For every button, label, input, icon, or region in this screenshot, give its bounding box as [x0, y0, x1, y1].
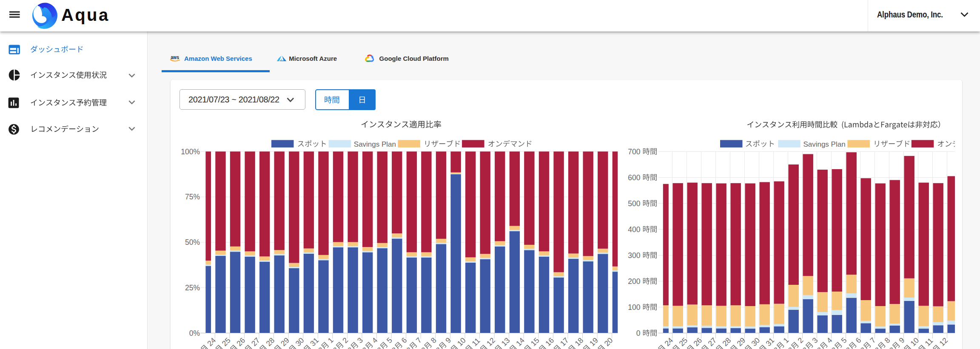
svg-text:1: 1 [326, 336, 335, 345]
svg-text:10: 10 [456, 336, 467, 348]
svg-text:10: 10 [909, 336, 920, 348]
svg-text:Savings Plan: Savings Plan [354, 140, 396, 148]
svg-text:25: 25 [220, 336, 232, 348]
svg-text:30: 30 [749, 336, 761, 348]
svg-text:6: 6 [400, 336, 409, 345]
svg-text:5: 5 [385, 336, 394, 345]
svg-text:26: 26 [235, 336, 247, 348]
svg-text:13: 13 [500, 336, 512, 348]
svg-text:Savings Plan: Savings Plan [803, 140, 845, 148]
svg-text:7: 7 [414, 336, 423, 345]
svg-text:aws: aws [171, 54, 179, 60]
svg-text:16: 16 [544, 336, 556, 348]
svg-text:200: 200 [628, 277, 640, 286]
svg-text:12: 12 [937, 336, 949, 348]
svg-text:24: 24 [663, 336, 675, 348]
svg-text:8: 8 [429, 336, 438, 345]
svg-text:25%: 25% [185, 284, 200, 292]
svg-text:26: 26 [692, 336, 704, 348]
svg-text:300: 300 [628, 251, 640, 260]
svg-text:3: 3 [810, 336, 819, 345]
svg-text:30: 30 [294, 336, 306, 348]
svg-text:4: 4 [370, 336, 379, 345]
svg-text:400: 400 [628, 225, 640, 234]
svg-text:700: 700 [628, 148, 640, 156]
svg-text:12: 12 [485, 336, 497, 348]
svg-text:9: 9 [897, 336, 906, 345]
svg-text:2: 2 [796, 336, 805, 345]
svg-text:6: 6 [854, 336, 863, 345]
svg-text:27: 27 [250, 336, 262, 348]
svg-text:8: 8 [883, 336, 892, 345]
svg-text:27: 27 [706, 336, 718, 348]
svg-text:20: 20 [603, 336, 615, 348]
svg-text:15: 15 [529, 336, 541, 348]
svg-text:100: 100 [628, 303, 640, 312]
svg-text:50%: 50% [185, 238, 200, 247]
svg-text:5: 5 [839, 336, 848, 345]
svg-text:24: 24 [205, 336, 217, 348]
svg-text:14: 14 [514, 336, 526, 348]
svg-text:19: 19 [588, 336, 600, 348]
svg-text:28: 28 [721, 336, 732, 348]
svg-text:0%: 0% [189, 329, 200, 338]
svg-text:500: 500 [628, 199, 640, 208]
svg-text:18: 18 [573, 336, 585, 348]
svg-text:3: 3 [356, 336, 365, 345]
svg-text:4: 4 [825, 336, 834, 345]
svg-text:1: 1 [781, 336, 790, 345]
svg-text:11: 11 [470, 336, 481, 348]
svg-text:25: 25 [677, 336, 689, 348]
svg-text:100%: 100% [181, 148, 200, 156]
svg-text:7: 7 [868, 336, 877, 345]
svg-text:0: 0 [636, 329, 641, 338]
svg-text:11: 11 [923, 336, 934, 348]
svg-text:17: 17 [558, 336, 570, 348]
svg-text:2: 2 [341, 336, 350, 345]
svg-text:600: 600 [628, 173, 640, 182]
svg-text:9: 9 [444, 336, 453, 345]
svg-text:75%: 75% [185, 193, 200, 201]
svg-text:29: 29 [279, 336, 291, 348]
svg-text:28: 28 [264, 336, 276, 348]
svg-text:29: 29 [735, 336, 747, 348]
